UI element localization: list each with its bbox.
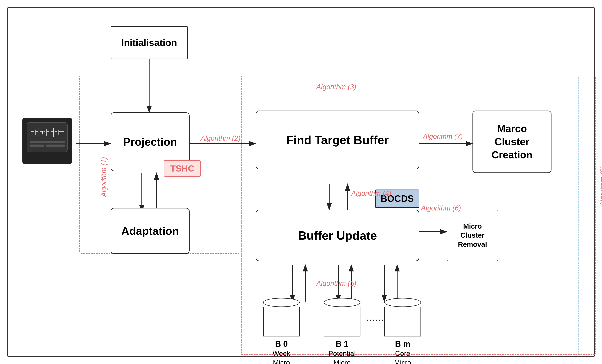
- cylinder-b0: B 0 Week Micro Cluster: [263, 298, 300, 364]
- cylinder-b1: B 1 Potential Micro Cluster: [324, 298, 360, 364]
- algorithm-1-label: Algorithm (1): [100, 157, 108, 197]
- marco-cluster-creation-box: Marco Cluster Creation: [473, 111, 551, 173]
- algorithm-5-label: Algorithm (5): [316, 279, 356, 288]
- tshc-box: TSHC: [164, 160, 201, 177]
- adaptation-box: Adaptation: [111, 208, 190, 254]
- algorithm-6-label: Algorithm (6): [421, 204, 461, 212]
- initialisation-box: Initialisation: [111, 26, 188, 59]
- algorithm-4-label: Algorithm (4): [351, 190, 391, 197]
- svg-rect-33: [30, 141, 65, 143]
- svg-rect-17: [27, 122, 67, 152]
- input-device-icon: [22, 118, 72, 164]
- diagram-container: Initialisation Projection Adaptation TSH…: [7, 7, 595, 357]
- algorithm-2-label: Algorithm (2): [201, 134, 241, 142]
- cylinder-bm: B m Core Micro Cluster: [384, 298, 421, 364]
- buffer-update-box: Buffer Update: [256, 210, 419, 261]
- find-target-buffer-box: Find Target Buffer: [256, 111, 419, 169]
- svg-rect-34: [30, 145, 44, 147]
- svg-rect-35: [46, 145, 65, 147]
- algorithm-8-label: Algorithm (8): [599, 166, 602, 206]
- cylinder-dots: ......: [366, 311, 384, 323]
- micro-cluster-removal-box: Micro Cluster Removal: [447, 210, 498, 261]
- algorithm-7-label: Algorithm (7): [423, 133, 463, 140]
- algorithm-3-label: Algorithm (3): [316, 83, 356, 91]
